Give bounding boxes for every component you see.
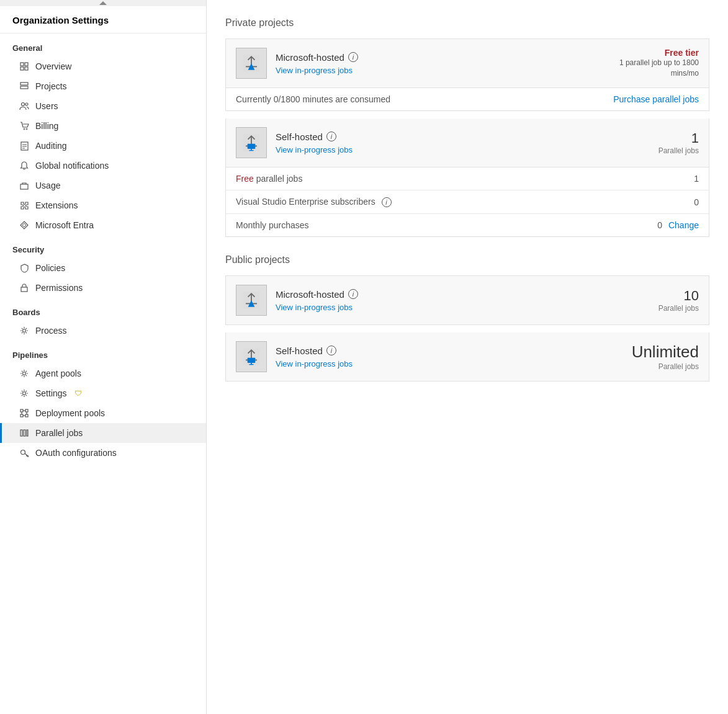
svg-rect-3 [25,67,28,70]
svg-point-32 [20,450,25,454]
grid-icon [19,61,29,71]
public-microsoft-hosted-agent-icon [236,285,267,316]
public-microsoft-hosted-name-row: Microsoft-hosted i [276,289,603,300]
puzzle-icon [19,200,29,210]
private-self-hosted-count: 1 [612,130,699,146]
sidebar-item-microsoft-entra-label: Microsoft Entra [35,220,94,230]
public-microsoft-hosted-value: 10 Parallel jobs [612,288,699,313]
svg-point-20 [23,392,26,395]
public-self-hosted-name: Self-hosted [276,346,323,356]
svg-point-8 [24,128,25,130]
sidebar-section-pipelines: Pipelines [0,341,206,364]
private-self-hosted-name-row: Self-hosted i [276,132,603,142]
settings-gear-icon [19,388,29,398]
sidebar-item-users-label: Users [35,101,58,111]
svg-rect-30 [24,430,25,436]
purchase-parallel-jobs-link[interactable]: Purchase parallel jobs [613,94,699,104]
svg-point-7 [25,103,28,105]
public-microsoft-hosted-count-label: Parallel jobs [612,304,699,313]
private-microsoft-hosted-info-icon[interactable]: i [348,52,358,62]
sidebar-item-parallel-jobs[interactable]: Parallel jobs [0,423,206,443]
private-microsoft-hosted-name-row: Microsoft-hosted i [276,52,603,63]
svg-rect-24 [25,414,28,417]
public-self-hosted-view-link[interactable]: View in-progress jobs [276,359,353,368]
svg-rect-48 [248,358,256,363]
free-text: Free [236,174,254,184]
private-self-hosted-card: Self-hosted i View in-progress jobs 1 Pa… [225,118,709,237]
public-self-hosted-value: Unlimited Parallel jobs [612,342,699,370]
bars-icon [19,428,29,438]
svg-point-19 [23,372,26,375]
public-self-hosted-agent-icon [236,341,267,372]
private-self-hosted-view-link[interactable]: View in-progress jobs [276,145,353,154]
public-microsoft-hosted-name: Microsoft-hosted [276,289,344,300]
private-free-parallel-value: 1 [662,174,699,184]
sidebar-item-users[interactable]: Users [0,96,206,116]
shield-icon [19,263,29,273]
public-microsoft-hosted-info-icon[interactable]: i [348,289,358,299]
private-monthly-purchases-row: Monthly purchases 0 Change [226,214,709,236]
svg-rect-31 [27,430,28,436]
private-microsoft-hosted-header: Microsoft-hosted i View in-progress jobs… [226,39,709,88]
sidebar-item-permissions[interactable]: Permissions [0,278,206,298]
sidebar-item-settings[interactable]: Settings 🛡 [0,383,206,403]
public-microsoft-hosted-view-link[interactable]: View in-progress jobs [276,303,353,312]
vs-subscribers-info-icon[interactable]: i [382,197,392,207]
public-projects-title: Public projects [225,254,709,266]
briefcase-icon [19,181,29,190]
sidebar-item-overview[interactable]: Overview [0,56,206,76]
cart-icon [19,121,29,131]
sidebar-section-boards: Boards [0,298,206,321]
key-icon [19,448,29,458]
sidebar-section-general: General [0,33,206,56]
sidebar-item-auditing[interactable]: Auditing [0,136,206,156]
main-content: Private projects Mi [207,0,728,714]
sidebar-title: Organization Settings [0,6,206,33]
sidebar-item-agent-pools[interactable]: Agent pools [0,364,206,383]
private-microsoft-hosted-view-link[interactable]: View in-progress jobs [276,66,353,75]
svg-rect-14 [20,184,28,189]
private-change-link[interactable]: Change [668,220,699,230]
sidebar-item-billing[interactable]: Billing [0,116,206,136]
public-microsoft-hosted-card: Microsoft-hosted i View in-progress jobs… [225,275,709,325]
sidebar-item-oauth-configurations[interactable]: OAuth configurations [0,443,206,463]
sidebar-item-policies[interactable]: Policies [0,258,206,278]
sidebar-item-global-notifications-label: Global notifications [35,161,109,171]
people-icon [19,101,29,111]
public-self-hosted-card: Self-hosted i View in-progress jobs Unli… [225,332,709,382]
sidebar-item-usage[interactable]: Usage [0,176,206,195]
svg-marker-15 [20,221,28,229]
sidebar-item-global-notifications[interactable]: Global notifications [0,156,206,176]
sidebar-item-deployment-pools[interactable]: Deployment pools [0,403,206,423]
sidebar-item-process[interactable]: Process [0,321,206,341]
svg-point-6 [22,103,25,106]
private-vs-subscribers-label: Visual Studio Enterprise subscribers i [236,197,662,207]
svg-rect-22 [25,409,28,412]
public-microsoft-hosted-info: Microsoft-hosted i View in-progress jobs [276,289,603,312]
gear2-icon [19,368,29,378]
doc-icon [19,141,29,151]
sidebar-section-security: Security [0,235,206,258]
sidebar-item-extensions[interactable]: Extensions [0,195,206,215]
svg-rect-23 [20,414,23,417]
public-self-hosted-count: Unlimited [612,342,699,362]
private-self-hosted-value: 1 Parallel jobs [612,130,699,155]
svg-rect-2 [20,67,24,70]
svg-rect-21 [20,409,23,412]
sidebar-item-microsoft-entra[interactable]: Microsoft Entra [0,215,206,235]
public-self-hosted-count-label: Parallel jobs [612,362,699,371]
private-projects-section: Private projects Mi [225,17,709,237]
sidebar-item-projects[interactable]: Projects [0,76,206,96]
svg-marker-16 [22,223,26,227]
sidebar-item-usage-label: Usage [35,181,60,190]
grid2-icon [19,408,29,418]
private-monthly-purchases-value: 0 Change [657,220,699,230]
private-self-hosted-info-icon[interactable]: i [326,132,336,141]
private-monthly-purchases-count: 0 [657,220,662,230]
private-microsoft-hosted-value: Free tier 1 parallel job up to 1800mins/… [612,48,699,79]
public-self-hosted-info-icon[interactable]: i [326,346,336,355]
private-microsoft-hosted-tier-label: Free tier [612,48,699,58]
sidebar-item-parallel-jobs-label: Parallel jobs [35,428,83,438]
sidebar-item-agent-pools-label: Agent pools [35,368,81,378]
public-self-hosted-header: Self-hosted i View in-progress jobs Unli… [226,332,709,381]
